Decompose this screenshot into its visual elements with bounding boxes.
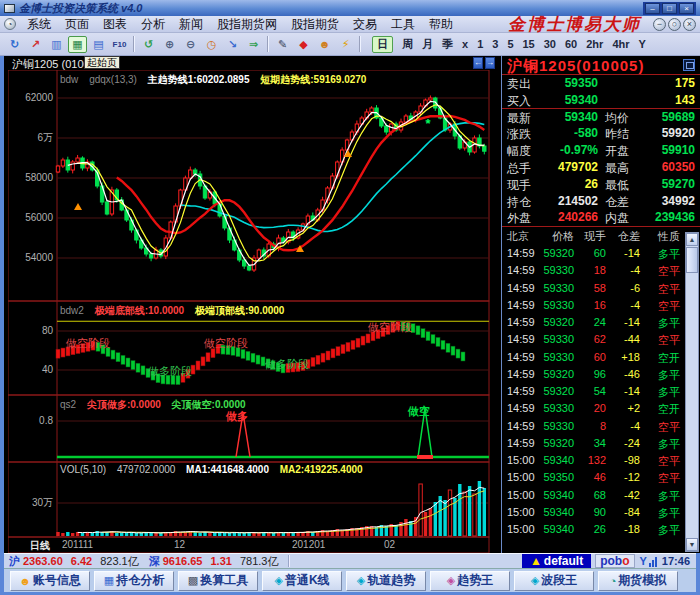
edit-icon[interactable]: ✎ (273, 36, 292, 53)
menu-items: 系统页面图表分析新闻股指期货网股指期货交易工具帮助 (20, 16, 460, 33)
period-button-月[interactable]: 月 (422, 37, 433, 52)
tape-row[interactable]: 14:595932060-14多平 (502, 247, 687, 264)
tape-price: 59330 (543, 299, 574, 311)
period-button-60[interactable]: 60 (565, 38, 577, 50)
bottom-button-波段王[interactable]: ◈波段王 (514, 571, 594, 591)
tape-row[interactable]: 14:595932024-14多平 (502, 316, 687, 333)
tape-row[interactable]: 14:595932096-46多平 (502, 368, 687, 385)
quote-row[interactable]: 最新59340均价59689 (502, 110, 700, 127)
quote-row[interactable]: 涨跌-580昨结59920 (502, 126, 700, 143)
bottom-button-持仓分析[interactable]: ▦持仓分析 (94, 571, 174, 591)
quote-row[interactable]: 持仓214502仓差34992 (502, 194, 700, 211)
tape-row[interactable]: 14:595932054-14多平 (502, 385, 687, 402)
quote-row[interactable]: 卖出59350175 (502, 76, 700, 93)
line-chart-icon[interactable]: ↗ (26, 36, 45, 53)
menu-item-帮助[interactable]: 帮助 (422, 16, 460, 33)
menu-item-页面[interactable]: 页面 (58, 16, 96, 33)
minimize-button[interactable]: – (645, 3, 660, 14)
quote-row[interactable]: 外盘240266内盘239436 (502, 210, 700, 227)
menu-item-交易[interactable]: 交易 (346, 16, 384, 33)
scrollbar-thumb[interactable] (686, 247, 698, 273)
nav-circle-icon[interactable]: ↻ (5, 36, 24, 53)
users-icon[interactable]: ☻ (315, 36, 334, 53)
alarm-clock-icon[interactable]: ◷ (202, 36, 221, 53)
tape-row[interactable]: 14:595933062-44空平 (502, 333, 687, 350)
bell-icon[interactable]: ◆ (294, 36, 313, 53)
tape-oi-change: -4 (630, 264, 640, 276)
quote-value: 26 (585, 177, 598, 191)
menu-close-circle[interactable]: × (683, 18, 696, 31)
bottom-button-轨道趋势[interactable]: ◈轨道趋势 (346, 571, 426, 591)
report-view-icon[interactable]: ▤ (89, 36, 108, 53)
bottom-button-趋势王[interactable]: ◈趋势王 (430, 571, 510, 591)
period-button-15[interactable]: 15 (523, 38, 535, 50)
menu-item-分析[interactable]: 分析 (134, 16, 172, 33)
period-button-2hr[interactable]: 2hr (586, 38, 603, 50)
tape-oi-change: -14 (624, 316, 640, 328)
system-menu-icon[interactable]: ◔ (4, 18, 16, 30)
menu-item-系统[interactable]: 系统 (20, 16, 58, 33)
menu-restore-circle[interactable]: ○ (668, 18, 681, 31)
tape-row[interactable]: 15:005935046-12空平 (502, 471, 687, 488)
scroll-up-icon[interactable]: ▲ (686, 233, 698, 246)
bar-chart-icon[interactable]: ▥ (47, 36, 66, 53)
tape-row[interactable]: 14:595933016-4空平 (502, 299, 687, 316)
tape-header-仓差: 仓差 (618, 229, 640, 244)
exit-icon[interactable]: ⇒ (244, 36, 263, 53)
tape-scrollbar[interactable]: ▲ ▼ (685, 232, 699, 552)
close-button[interactable]: × (679, 3, 694, 14)
period-button-周[interactable]: 周 (402, 37, 413, 52)
scroll-right-button[interactable]: → (485, 57, 495, 69)
tape-row[interactable]: 15:005934026-18多平 (502, 523, 687, 540)
menu-item-股指期货[interactable]: 股指期货 (284, 16, 346, 33)
bottom-button-换算工具[interactable]: ▩换算工具 (178, 571, 258, 591)
tape-row[interactable]: 15:005934090-84多平 (502, 506, 687, 523)
top-line-value: 极端顶部线:90.0000 (195, 305, 284, 316)
bottom-button-期货模拟[interactable]: ◔期货模拟 (598, 571, 678, 591)
layout-selector[interactable]: ▲default (522, 554, 591, 568)
tape-time: 15:00 (507, 523, 535, 535)
menu-minimize-circle[interactable]: − (653, 18, 666, 31)
period-button-5[interactable]: 5 (507, 38, 513, 50)
quote-row[interactable]: 幅度-0.97%开盘59910 (502, 143, 700, 160)
period-button-1[interactable]: 1 (477, 38, 483, 50)
svg-text:*: * (425, 116, 431, 131)
tape-row[interactable]: 14:595933058-6空平 (502, 282, 687, 299)
start-page-tab[interactable]: 起始页 (84, 56, 120, 69)
menu-item-股指期货网[interactable]: 股指期货网 (210, 16, 284, 33)
tape-time: 14:59 (507, 437, 535, 449)
tape-row[interactable]: 14:595933018-4空平 (502, 264, 687, 281)
period-button-3[interactable]: 3 (492, 38, 498, 50)
tape-oi-change: +2 (627, 402, 640, 414)
tape-row[interactable]: 14:595933060+18空开 (502, 351, 687, 368)
period-button-Y[interactable]: Y (639, 38, 646, 50)
lightning-icon[interactable]: ⚡ (336, 36, 355, 53)
tape-row[interactable]: 14:59593308-4空平 (502, 420, 687, 437)
period-button-30[interactable]: 30 (544, 38, 556, 50)
period-button-4hr[interactable]: 4hr (612, 38, 629, 50)
quote-row[interactable]: 总手479702最高60350 (502, 160, 700, 177)
quote-row[interactable]: 现手26最低59270 (502, 177, 700, 194)
tape-row[interactable]: 14:595932034-24多平 (502, 437, 687, 454)
period-button-x[interactable]: x (462, 38, 468, 50)
menu-item-新闻[interactable]: 新闻 (172, 16, 210, 33)
refresh-icon[interactable]: ↺ (139, 36, 158, 53)
panel-restore-icon[interactable] (683, 59, 695, 71)
maximize-button[interactable]: □ (662, 3, 677, 14)
period-button-日[interactable]: 日 (372, 36, 393, 53)
menu-item-工具[interactable]: 工具 (384, 16, 422, 33)
download-icon[interactable]: ↘ (223, 36, 242, 53)
menu-item-图表[interactable]: 图表 (96, 16, 134, 33)
tape-row[interactable]: 15:005934068-42多平 (502, 489, 687, 506)
tape-row[interactable]: 14:595933020+2空开 (502, 402, 687, 419)
period-button-季[interactable]: 季 (442, 37, 453, 52)
bottom-button-普通K线[interactable]: ◈普通K线 (262, 571, 342, 591)
quote-grid-icon[interactable]: ▦ (68, 36, 87, 53)
scroll-down-icon[interactable]: ▼ (686, 538, 698, 551)
zoom-in-icon[interactable]: ⊕ (160, 36, 179, 53)
zoom-out-icon[interactable]: ⊖ (181, 36, 200, 53)
scroll-left-button[interactable]: ← (473, 57, 483, 69)
bottom-button-账号信息[interactable]: ☻账号信息 (10, 571, 90, 591)
tape-row[interactable]: 15:0059340132-98空平 (502, 454, 687, 471)
f10-icon[interactable]: F10 (110, 36, 129, 53)
